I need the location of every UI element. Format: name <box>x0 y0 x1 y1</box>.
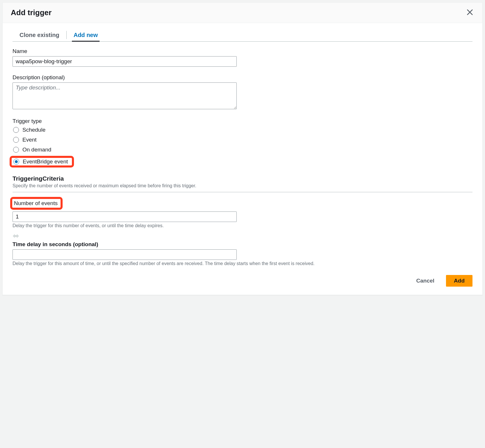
radio-label: Event <box>22 137 37 143</box>
time-delay-helper: Delay the trigger for this amount of tim… <box>13 261 472 266</box>
radio-schedule[interactable]: Schedule <box>13 126 47 134</box>
modal-footer: Cancel Add <box>13 275 472 287</box>
radio-icon <box>13 127 19 133</box>
trigger-type-field: Trigger type Schedule Event On demand Ev… <box>13 118 472 167</box>
cancel-button[interactable]: Cancel <box>409 275 442 287</box>
radio-label: On demand <box>22 147 51 153</box>
number-of-events-label: Number of events <box>14 200 58 207</box>
name-label: Name <box>13 48 472 54</box>
modal-header: Add trigger <box>3 3 482 23</box>
triggering-criteria-heading: TriggeringCriteria <box>13 175 472 182</box>
trigger-type-radio-group: Schedule Event On demand EventBridge eve… <box>13 126 472 167</box>
number-of-events-input[interactable] <box>13 211 237 222</box>
trigger-type-label: Trigger type <box>13 118 472 124</box>
triggering-criteria-helper: Specify the number of events received or… <box>13 183 472 188</box>
number-of-events-highlight: Number of events <box>10 197 63 210</box>
name-input[interactable] <box>13 56 237 67</box>
radio-label: EventBridge event <box>23 158 68 165</box>
radio-event[interactable]: Event <box>13 136 38 144</box>
add-trigger-modal: Add trigger Clone existing Add new Name … <box>2 2 483 295</box>
description-label: Description (optional) <box>13 74 472 81</box>
description-textarea[interactable] <box>13 82 237 109</box>
description-field: Description (optional) <box>13 74 472 110</box>
tab-add-new[interactable]: Add new <box>67 28 105 41</box>
close-button[interactable] <box>465 8 474 17</box>
close-icon <box>467 9 473 15</box>
criteria-divider <box>13 192 472 192</box>
modal-body: Clone existing Add new Name Description … <box>3 23 482 295</box>
modal-title: Add trigger <box>11 8 52 17</box>
radio-on-demand[interactable]: On demand <box>13 146 53 154</box>
number-of-events-field: Number of events Delay the trigger for t… <box>13 197 472 228</box>
add-button[interactable]: Add <box>446 275 472 287</box>
radio-icon <box>13 147 19 153</box>
name-field: Name <box>13 48 472 67</box>
tab-clone-existing[interactable]: Clone existing <box>13 28 66 41</box>
tabs: Clone existing Add new <box>13 28 472 42</box>
radio-label: Schedule <box>22 127 45 133</box>
time-delay-label: Time delay in seconds (optional) <box>13 241 472 248</box>
time-delay-field: Time delay in seconds (optional) Delay t… <box>13 241 472 266</box>
radio-eventbridge-event[interactable]: EventBridge event <box>10 156 74 167</box>
number-of-events-helper: Delay the trigger for this number of eve… <box>13 223 472 228</box>
time-delay-input[interactable] <box>13 249 237 260</box>
radio-icon <box>13 137 19 143</box>
swap-icon: ⬌ <box>13 232 472 240</box>
radio-icon <box>13 159 19 165</box>
